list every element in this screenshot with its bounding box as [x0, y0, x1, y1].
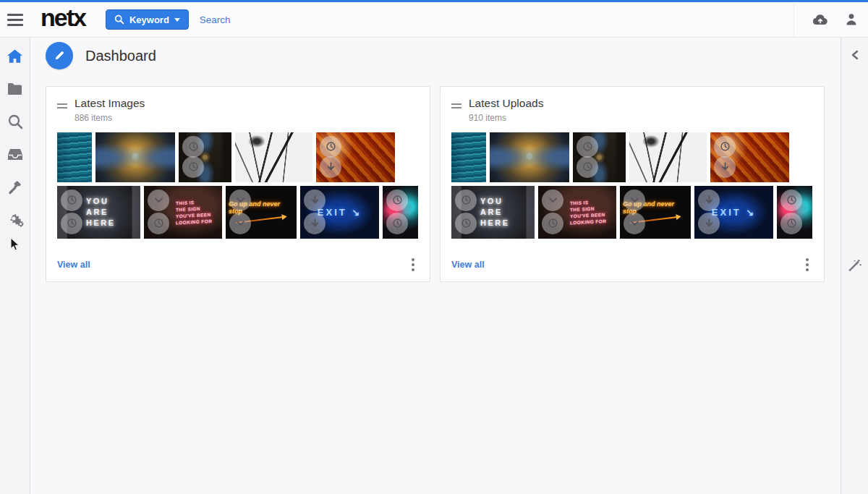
view-all-link[interactable]: View all	[451, 260, 485, 270]
topbar-right-actions	[793, 2, 868, 37]
thumbnail-neon-staircase[interactable]	[316, 132, 395, 182]
thumbnail-neon-you-are-here[interactable]: YOUAREHERE	[57, 186, 140, 239]
thumbnail-cathedral-dome[interactable]	[490, 132, 569, 182]
thumbnail-row	[451, 132, 813, 182]
thumbnail-neon-you-are-here[interactable]: YOUAREHERE	[451, 186, 535, 239]
thumbnail-neon-glow[interactable]	[383, 186, 418, 239]
card-title: Latest Uploads	[469, 97, 543, 111]
card-header: Latest Images 886 items	[57, 97, 419, 123]
clock-overlay-icon	[455, 213, 477, 234]
settings-gears-icon[interactable]	[7, 210, 24, 228]
thumbnail-gothic-ceiling[interactable]	[573, 132, 626, 182]
chevron-overlay-icon	[229, 189, 251, 211]
arrow-overlay-icon	[304, 189, 326, 211]
chevron-down-icon	[174, 18, 180, 22]
thumbnail-neon-sign-looking-for[interactable]: THIS ISTHE SIGNYOU'VE BEENLOOKING FOR	[144, 186, 222, 239]
folders-icon[interactable]	[7, 80, 24, 98]
clock-overlay-icon	[386, 189, 408, 211]
edit-dashboard-button[interactable]	[46, 42, 73, 69]
thumbnail-grid: YOUAREHERETHIS ISTHE SIGNYOU'VE BEENLOOK…	[451, 132, 813, 242]
hamburger-menu-icon[interactable]	[0, 14, 30, 26]
latest-images-card: Latest Images 886 items YOUAREHERETHIS I…	[46, 86, 430, 282]
search-link[interactable]: Search	[200, 14, 231, 25]
search-icon	[114, 14, 124, 25]
clock-overlay-icon	[182, 136, 204, 158]
thumbnail-row: YOUAREHERETHIS ISTHE SIGNYOU'VE BEENLOOK…	[57, 186, 419, 239]
thumbnail-ocean-water[interactable]	[451, 132, 486, 182]
keyword-button-label: Keyword	[129, 14, 169, 25]
card-title: Latest Images	[75, 97, 145, 111]
clock-overlay-icon	[182, 156, 204, 178]
search-icon[interactable]	[7, 113, 24, 130]
thumbnail-tree-branches[interactable]	[235, 132, 312, 182]
clock-overlay-icon	[542, 213, 563, 234]
netx-logo: netx	[41, 5, 85, 34]
clock-overlay-icon	[61, 189, 82, 211]
thumbnail-neon-go-up-never-stop[interactable]: Go up and never stop	[620, 186, 691, 239]
card-footer: View all	[451, 248, 813, 281]
home-icon[interactable]	[7, 48, 24, 65]
arrow-overlay-icon	[714, 156, 736, 178]
chevron-overlay-icon	[148, 189, 169, 211]
clock-overlay-icon	[61, 213, 82, 234]
tools-hammer-icon[interactable]	[7, 178, 24, 195]
dashboard-widgets-row: Latest Images 886 items YOUAREHERETHIS I…	[46, 86, 825, 282]
clock-overlay-icon	[714, 136, 736, 158]
clock-overlay-icon	[320, 136, 341, 158]
drag-handle-icon[interactable]	[57, 103, 67, 108]
clock-overlay-icon	[148, 213, 169, 234]
thumbnail-row: YOUAREHERETHIS ISTHE SIGNYOU'VE BEENLOOK…	[451, 186, 813, 239]
inbox-icon[interactable]	[7, 145, 24, 163]
clock-overlay-icon	[386, 213, 408, 234]
right-panel-sidebar	[841, 38, 868, 494]
page-title: Dashboard	[85, 48, 156, 64]
cloud-upload-icon[interactable]	[812, 12, 829, 27]
pencil-icon	[53, 49, 66, 62]
chevron-overlay-icon	[542, 189, 563, 211]
chevron-overlay-icon	[229, 213, 251, 234]
thumbnail-neon-sign-looking-for[interactable]: THIS ISTHE SIGNYOU'VE BEENLOOKING FOR	[538, 186, 616, 239]
chevron-overlay-icon	[624, 213, 645, 234]
thumbnail-grid: YOUAREHERETHIS ISTHE SIGNYOU'VE BEENLOOK…	[57, 132, 419, 242]
left-navigation-sidebar	[0, 38, 30, 494]
kebab-menu-icon[interactable]	[801, 255, 813, 274]
clock-overlay-icon	[576, 156, 598, 178]
arrow-overlay-icon	[698, 189, 720, 211]
dashboard-header: Dashboard	[46, 42, 825, 69]
magic-wand-icon[interactable]	[848, 258, 861, 272]
collapse-panel-chevron-left-icon[interactable]	[851, 50, 859, 60]
thumbnail-row	[57, 132, 419, 182]
kebab-menu-icon[interactable]	[407, 255, 419, 274]
card-item-count: 886 items	[75, 113, 145, 123]
thumbnail-neon-exit[interactable]: EXIT ↘	[694, 186, 773, 239]
chevron-overlay-icon	[624, 189, 645, 211]
keyword-search-dropdown-button[interactable]: Keyword	[106, 9, 189, 30]
thumbnail-neon-staircase[interactable]	[710, 132, 789, 182]
clock-overlay-icon	[576, 136, 598, 158]
user-account-icon[interactable]	[845, 12, 858, 27]
card-item-count: 910 items	[469, 113, 543, 123]
latest-uploads-card: Latest Uploads 910 items YOUAREHERETHIS …	[440, 86, 825, 282]
clock-overlay-icon	[780, 189, 802, 211]
card-header: Latest Uploads 910 items	[451, 97, 813, 123]
thumbnail-ocean-water[interactable]	[57, 132, 92, 182]
thumbnail-gothic-ceiling[interactable]	[179, 132, 231, 182]
arrow-overlay-icon	[304, 213, 326, 234]
thumbnail-tree-branches[interactable]	[629, 132, 707, 182]
thumbnail-neon-glow[interactable]	[777, 186, 812, 239]
clock-overlay-icon	[780, 213, 802, 234]
arrow-overlay-icon	[320, 156, 341, 178]
drag-handle-icon[interactable]	[451, 103, 461, 108]
thumbnail-neon-exit[interactable]: EXIT ↘	[300, 186, 379, 239]
arrow-overlay-icon	[698, 213, 720, 234]
card-footer: View all	[57, 248, 419, 281]
thumbnail-neon-go-up-never-stop[interactable]: Go up and never stop	[226, 186, 297, 239]
main-content: Dashboard Latest Images 886 items YOUARE…	[30, 38, 841, 494]
view-all-link[interactable]: View all	[57, 260, 90, 270]
clock-overlay-icon	[455, 189, 477, 211]
topbar: netx Keyword Search	[0, 2, 868, 38]
thumbnail-cathedral-dome[interactable]	[95, 132, 175, 182]
